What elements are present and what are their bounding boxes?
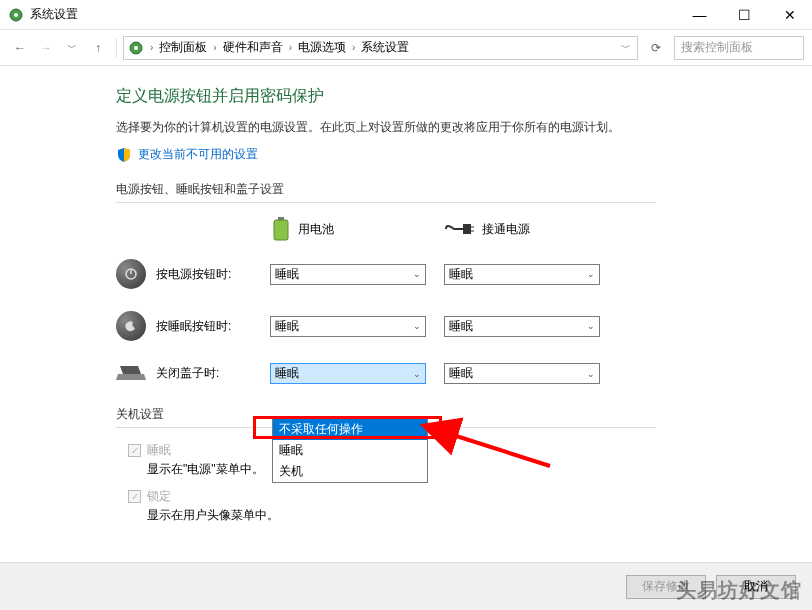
sleep-button-label: 按睡眠按钮时: [156, 318, 270, 335]
lid-close-dropdown[interactable]: 不采取任何操作 睡眠 关机 [272, 418, 428, 483]
power-button-label: 按电源按钮时: [156, 266, 270, 283]
dropdown-option-do-nothing[interactable]: 不采取任何操作 [273, 419, 427, 440]
section-shutdown: 关机设置 [116, 406, 812, 428]
sleep-button-battery-select[interactable]: 睡眠⌄ [270, 316, 426, 337]
chevron-right-icon: › [287, 42, 294, 53]
sleep-checkbox-label: 睡眠 [147, 442, 171, 459]
sleep-button-icon [116, 311, 146, 341]
svg-point-3 [134, 46, 138, 50]
chevron-right-icon: › [211, 42, 218, 53]
maximize-button[interactable]: ☐ [722, 0, 767, 30]
chevron-down-icon[interactable]: ﹀ [619, 41, 633, 55]
chevron-down-icon: ⌄ [587, 269, 595, 279]
power-button-battery-select[interactable]: 睡眠⌄ [270, 264, 426, 285]
lid-close-plugged-select[interactable]: 睡眠⌄ [444, 363, 600, 384]
window-title: 系统设置 [30, 6, 677, 23]
control-panel-icon [128, 40, 144, 56]
forward-button: → [34, 36, 58, 60]
lock-checkbox: ✓ [128, 490, 141, 503]
page-title: 定义电源按钮并启用密码保护 [116, 86, 812, 107]
sleep-button-plugged-select[interactable]: 睡眠⌄ [444, 316, 600, 337]
svg-rect-5 [274, 220, 288, 240]
app-icon [8, 7, 24, 23]
change-unavailable-settings-link[interactable]: 更改当前不可用的设置 [138, 146, 258, 163]
back-button[interactable]: ← [8, 36, 32, 60]
plug-icon [444, 220, 474, 238]
dropdown-option-shutdown[interactable]: 关机 [273, 461, 427, 482]
chevron-right-icon: › [148, 42, 155, 53]
breadcrumb-item[interactable]: 硬件和声音 [219, 39, 287, 56]
power-button-plugged-select[interactable]: 睡眠⌄ [444, 264, 600, 285]
chevron-down-icon: ⌄ [587, 321, 595, 331]
breadcrumb-item[interactable]: 电源选项 [294, 39, 350, 56]
chevron-down-icon: ⌄ [413, 369, 421, 379]
svg-point-1 [14, 13, 18, 17]
battery-icon [272, 217, 290, 241]
section-buttons-lid: 电源按钮、睡眠按钮和盖子设置 [116, 181, 812, 203]
page-description: 选择要为你的计算机设置的电源设置。在此页上对设置所做的更改将应用于你所有的电源计… [116, 119, 812, 136]
plugged-header-label: 接通电源 [482, 221, 530, 238]
refresh-button[interactable]: ⟳ [644, 36, 668, 60]
close-button[interactable]: ✕ [767, 0, 812, 30]
history-dropdown-button[interactable]: ﹀ [60, 36, 84, 60]
separator [116, 38, 117, 58]
lock-checkbox-label: 锁定 [147, 488, 171, 505]
power-button-icon [116, 259, 146, 289]
chevron-right-icon: › [350, 42, 357, 53]
sleep-checkbox-desc: 显示在"电源"菜单中。 [147, 461, 812, 478]
dropdown-option-sleep[interactable]: 睡眠 [273, 440, 427, 461]
save-button[interactable]: 保存修改 [626, 575, 706, 599]
breadcrumb[interactable]: › 控制面板 › 硬件和声音 › 电源选项 › 系统设置 ﹀ [123, 36, 638, 60]
laptop-lid-icon [116, 364, 146, 384]
lock-checkbox-desc: 显示在用户头像菜单中。 [147, 507, 812, 524]
chevron-down-icon: ⌄ [413, 269, 421, 279]
sleep-checkbox: ✓ [128, 444, 141, 457]
battery-header-label: 用电池 [298, 221, 334, 238]
lid-close-label: 关闭盖子时: [156, 365, 270, 382]
up-button[interactable]: ↑ [86, 36, 110, 60]
minimize-button[interactable]: — [677, 0, 722, 30]
shield-icon [116, 147, 132, 163]
chevron-down-icon: ⌄ [413, 321, 421, 331]
breadcrumb-item[interactable]: 系统设置 [357, 39, 413, 56]
chevron-down-icon: ⌄ [587, 369, 595, 379]
search-input[interactable]: 搜索控制面板 [674, 36, 804, 60]
svg-rect-6 [464, 225, 471, 233]
breadcrumb-item[interactable]: 控制面板 [155, 39, 211, 56]
lid-close-battery-select[interactable]: 睡眠⌄ [270, 363, 426, 384]
cancel-button[interactable]: 取消 [716, 575, 796, 599]
